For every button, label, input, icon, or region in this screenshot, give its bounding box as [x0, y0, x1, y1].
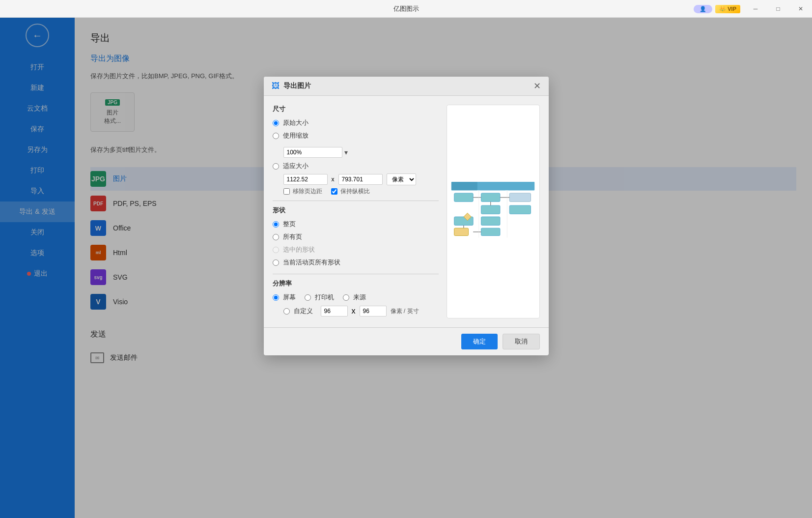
- size-radio-group: 原始大小 使用缩放: [273, 118, 439, 140]
- divider-1: [273, 201, 439, 201]
- modal-header-left: 🖼 导出图片: [272, 82, 311, 90]
- shape-selected-radio: [273, 247, 279, 253]
- radio-scale-label: 使用缩放: [283, 131, 308, 140]
- divider-2: [273, 274, 439, 274]
- res-x-icon: x: [352, 307, 356, 316]
- res-custom-label: 自定义: [294, 307, 313, 316]
- modal-close-button[interactable]: ✕: [533, 82, 541, 90]
- minimize-button[interactable]: ─: [744, 0, 767, 18]
- svg-rect-1: [451, 182, 477, 190]
- modal-icon: 🖼: [272, 82, 280, 90]
- times-icon: x: [332, 176, 335, 183]
- shape-selected-label: 选中的形状: [283, 245, 315, 254]
- res-print-radio[interactable]: [305, 294, 311, 301]
- svg-rect-9: [481, 205, 500, 214]
- crown-icon: 👑: [719, 6, 726, 12]
- shape-whole-radio[interactable]: [273, 221, 279, 228]
- shape-current-label: 当前活动页所有形状: [283, 258, 340, 267]
- modal-header: 🖼 导出图片 ✕: [264, 77, 549, 96]
- remove-margin-label: 移除页边距: [293, 187, 322, 196]
- res-print-label: 打印机: [315, 293, 334, 302]
- svg-rect-13: [481, 217, 500, 225]
- shape-whole[interactable]: 整页: [273, 220, 439, 229]
- modal-body: 尺寸 原始大小 使用缩放 ▾: [264, 96, 549, 327]
- user-button[interactable]: 👤: [694, 5, 712, 13]
- size-section-title: 尺寸: [273, 105, 439, 114]
- modal-overlay: 🖼 导出图片 ✕ 尺寸 原始大小 使用缩放: [0, 18, 812, 518]
- svg-rect-3: [508, 182, 534, 190]
- shape-selected: 选中的形状: [273, 245, 439, 254]
- ok-button[interactable]: 确定: [461, 334, 498, 349]
- radio-fit-label: 适应大小: [283, 162, 308, 171]
- vip-label: VIP: [728, 6, 736, 12]
- modal-footer: 确定 取消: [264, 327, 549, 355]
- fit-width-input[interactable]: [283, 174, 328, 185]
- resolution-radio-group: 屏幕 打印机 来源: [273, 293, 439, 302]
- radio-fit-input[interactable]: [273, 163, 279, 170]
- res-screen[interactable]: 屏幕: [273, 293, 296, 302]
- scale-row: ▾: [283, 147, 439, 158]
- res-print[interactable]: 打印机: [305, 293, 334, 302]
- radio-scale[interactable]: 使用缩放: [273, 131, 439, 140]
- window-controls: 👤 👑 VIP ─ □ ✕: [694, 0, 812, 18]
- user-icon: 👤: [700, 6, 706, 12]
- remove-margin-checkbox[interactable]: [283, 188, 290, 195]
- res-custom-radio[interactable]: [283, 308, 290, 315]
- titlebar: 亿图图示 👤 👑 VIP ─ □ ✕: [0, 0, 812, 18]
- unit-select[interactable]: 像素: [387, 173, 416, 185]
- scale-input[interactable]: [283, 147, 342, 158]
- keep-ratio-label: 保持纵横比: [340, 187, 370, 196]
- svg-rect-10: [509, 205, 531, 214]
- svg-rect-17: [481, 228, 500, 235]
- shape-section-title: 形状: [273, 206, 439, 215]
- res-screen-label: 屏幕: [283, 293, 296, 302]
- export-image-modal: 🖼 导出图片 ✕ 尺寸 原始大小 使用缩放: [264, 77, 549, 355]
- preview-panel: [447, 105, 540, 318]
- keep-ratio-checkbox[interactable]: [331, 188, 337, 195]
- preview-diagram: [450, 181, 536, 242]
- app-title: 亿图图示: [393, 4, 419, 13]
- radio-original-label: 原始大小: [283, 118, 308, 127]
- fit-size-row: x 像素: [283, 173, 439, 185]
- remove-margin-row: 移除页边距 保持纵横比: [283, 187, 439, 196]
- res-source-radio[interactable]: [343, 294, 349, 301]
- resolution-custom-row: 自定义 x 像素 / 英寸: [283, 306, 439, 317]
- maximize-button[interactable]: □: [767, 0, 789, 18]
- res-source[interactable]: 来源: [343, 293, 366, 302]
- vip-badge[interactable]: 👑 VIP: [715, 5, 740, 13]
- scale-dropdown-arrow: ▾: [344, 148, 348, 156]
- close-button[interactable]: ✕: [789, 0, 812, 18]
- cancel-button[interactable]: 取消: [503, 334, 540, 349]
- res-unit-label: 像素 / 英寸: [391, 307, 419, 316]
- shape-all-radio[interactable]: [273, 234, 279, 240]
- radio-fit[interactable]: 适应大小: [273, 162, 439, 171]
- shape-all[interactable]: 所有页: [273, 232, 439, 241]
- shape-radio-group: 整页 所有页 选中的形状 当前活动页所有形状: [273, 220, 439, 267]
- radio-original[interactable]: 原始大小: [273, 118, 439, 127]
- radio-original-input[interactable]: [273, 120, 279, 126]
- svg-rect-6: [509, 193, 531, 201]
- shape-whole-label: 整页: [283, 220, 296, 229]
- resolution-section-title: 分辨率: [273, 279, 439, 288]
- svg-rect-5: [481, 193, 500, 201]
- modal-form: 尺寸 原始大小 使用缩放 ▾: [273, 105, 439, 318]
- res-source-label: 来源: [353, 293, 366, 302]
- shape-current-radio[interactable]: [273, 259, 279, 266]
- res-y-input[interactable]: [360, 306, 387, 317]
- res-custom[interactable]: 自定义: [283, 307, 313, 316]
- fit-height-input[interactable]: [338, 174, 383, 185]
- svg-rect-2: [480, 182, 506, 190]
- svg-rect-4: [454, 193, 473, 201]
- shape-all-label: 所有页: [283, 232, 302, 241]
- shape-current[interactable]: 当前活动页所有形状: [273, 258, 439, 267]
- radio-scale-input[interactable]: [273, 133, 279, 139]
- svg-rect-16: [454, 228, 469, 235]
- res-x-input[interactable]: [321, 306, 348, 317]
- modal-title: 导出图片: [283, 82, 311, 90]
- res-screen-radio[interactable]: [273, 294, 279, 301]
